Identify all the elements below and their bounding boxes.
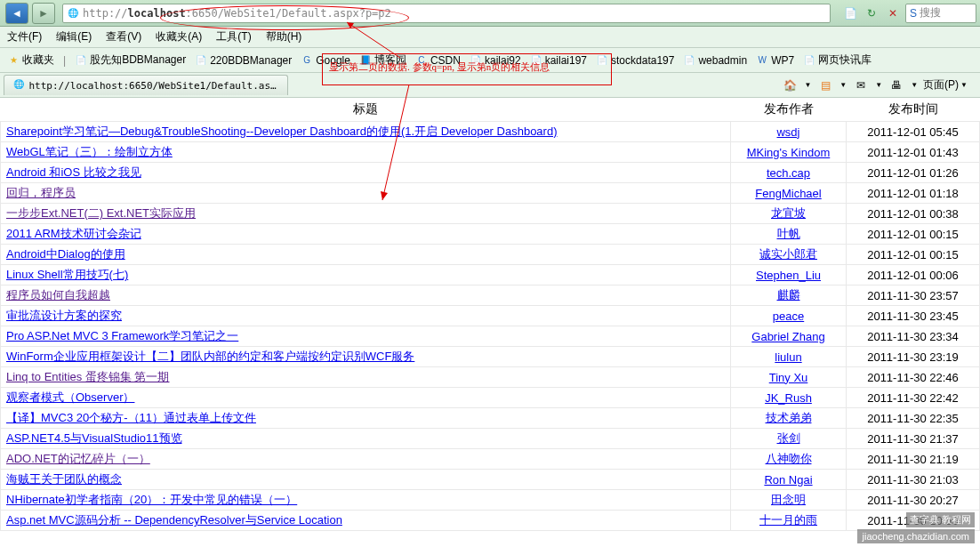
author-link[interactable]: Tiny Xu (769, 371, 808, 384)
title-link[interactable]: Linux Shell常用技巧(七) (6, 268, 128, 281)
table-row: Asp.net MVC源码分析 -- DependencyResolver与Se… (1, 511, 980, 531)
dropdown-icon[interactable]: ▼ (911, 81, 918, 89)
author-link[interactable]: 张剑 (777, 431, 800, 445)
bookmark-item[interactable]: 📄kailai197 (530, 52, 587, 68)
title-link[interactable]: 审批流设计方案的探究 (6, 309, 122, 322)
mail-icon[interactable]: ✉ (852, 76, 870, 94)
feed-icon[interactable]: ▤ (816, 76, 834, 94)
separator: | (63, 54, 66, 67)
title-link[interactable]: Android中Dialog的使用 (6, 247, 125, 261)
search-box[interactable]: S 搜搜 (905, 4, 976, 23)
author-link[interactable]: Stephen_Liu (756, 269, 821, 282)
refresh-icon[interactable]: ↻ (863, 4, 880, 22)
cell-title: 一步步Ext.NET(二) Ext.NET实际应用 (1, 204, 731, 224)
stop-icon[interactable]: ✕ (884, 4, 902, 22)
title-link[interactable]: ADO.NET的记忆碎片（一） (6, 452, 150, 465)
tab-title: http://localhost:6650/WebSite1/Default.a… (28, 80, 278, 92)
menu-favorites[interactable]: 收藏夹(A) (156, 29, 202, 44)
title-link[interactable]: 一步步Ext.NET(二) Ext.NET实际应用 (6, 206, 196, 220)
title-link[interactable]: 程序员如何自我超越 (6, 288, 110, 302)
author-link[interactable]: tech.cap (767, 166, 810, 180)
bookmark-item[interactable]: 📘博客园 (359, 52, 406, 68)
menu-view[interactable]: 查看(V) (106, 29, 141, 44)
header-title: 标题 (1, 98, 731, 122)
page-menu[interactable]: 页面(P)▼ (923, 77, 968, 93)
bookmark-item[interactable]: 📄股先知BDBManager (75, 52, 186, 68)
bookmark-item[interactable]: 📄网页快讯库 (803, 52, 872, 68)
table-row: 【译】MVC3 20个秘方-（11）通过表单上传文件技术弟弟2011-11-30… (1, 408, 980, 429)
title-link[interactable]: Asp.net MVC源码分析 -- DependencyResolver与Se… (6, 513, 342, 527)
title-link[interactable]: Linq to Entities 蛋疼锦集 第一期 (6, 370, 170, 383)
menu-edit[interactable]: 编辑(E) (56, 29, 92, 44)
author-link[interactable]: Gabriel Zhang (751, 330, 824, 343)
bookmarks-container: 📄股先知BDBManager📄220BDBManagerGGoogle📘博客园C… (75, 52, 880, 68)
print-icon[interactable]: 🖶 (888, 76, 905, 94)
title-link[interactable]: Pro ASP.Net MVC 3 Framework学习笔记之一 (6, 329, 238, 342)
author-link[interactable]: peace (773, 310, 804, 323)
dropdown-icon[interactable]: ▼ (875, 81, 882, 89)
cell-author: 田念明 (731, 490, 847, 511)
back-button[interactable]: ◄ (5, 3, 28, 24)
table-row: Linux Shell常用技巧(七)Stephen_Liu2011-12-01 … (1, 265, 980, 286)
author-link[interactable]: MKing's Kindom (747, 146, 831, 159)
bookmark-item[interactable]: 📄220BDBManager (195, 52, 292, 68)
cell-author: MKing's Kindom (731, 142, 847, 163)
bookmark-icon: 📄 (683, 54, 695, 67)
author-link[interactable]: wsdj (776, 125, 799, 139)
title-link[interactable]: NHibernate初学者指南（20）：开发中常见的错误（一） (6, 493, 297, 506)
bookmark-item[interactable]: CCSDN (415, 52, 461, 68)
cell-title: 审批流设计方案的探究 (1, 306, 731, 326)
author-link[interactable]: liulun (775, 350, 801, 364)
bookmark-item[interactable]: 📄webadmin (683, 52, 747, 68)
home-icon[interactable]: 🏠 (781, 76, 799, 94)
author-link[interactable]: 十一月的雨 (759, 513, 817, 527)
author-link[interactable]: FengMichael (755, 187, 821, 200)
forward-button[interactable]: ► (32, 3, 55, 24)
title-link[interactable]: 回归，程序员 (6, 186, 76, 199)
cell-author: 十一月的雨 (731, 511, 847, 531)
author-link[interactable]: 诚实小郎君 (759, 247, 817, 261)
address-bar[interactable]: 🌐 http://localhost:6650/WebSite1/Default… (62, 4, 831, 23)
url-text: http://localhost:6650/WebSite1/Default.a… (83, 7, 391, 20)
cell-author: peace (731, 306, 847, 326)
table-row: NHibernate初学者指南（20）：开发中常见的错误（一）田念明2011-1… (1, 490, 980, 511)
title-link[interactable]: WinForm企业应用框架设计【二】团队内部的约定和客户端按约定识别WCF服务 (6, 350, 414, 363)
author-link[interactable]: Ron Ngai (764, 473, 812, 487)
title-link[interactable]: 海贼王关于团队的概念 (6, 472, 122, 486)
bookmark-item[interactable]: GGoogle (301, 52, 350, 68)
author-link[interactable]: 叶帆 (777, 227, 800, 240)
title-link[interactable]: Sharepoint学习笔记—Debug&TroubleShooting--De… (6, 125, 557, 138)
title-link[interactable]: ASP.NET4.5与VisualStudio11预览 (6, 431, 182, 445)
bookmark-label: kailai92 (485, 54, 521, 67)
title-link[interactable]: 观察者模式（Observer） (6, 390, 134, 404)
bookmark-item[interactable]: 📄kailai92 (470, 52, 521, 68)
author-link[interactable]: 龙宜坡 (771, 206, 806, 220)
author-link[interactable]: 田念明 (771, 493, 806, 506)
author-link[interactable]: 八神吻你 (766, 452, 812, 465)
title-link[interactable]: 【译】MVC3 20个秘方-（11）通过表单上传文件 (6, 411, 256, 424)
search-icon: S (910, 7, 917, 20)
favorites-label[interactable]: ★ 收藏夹 (7, 52, 54, 68)
dropdown-icon[interactable]: ▼ (839, 81, 847, 89)
title-link[interactable]: WebGL笔记（三）：绘制立方体 (6, 145, 173, 158)
menu-file[interactable]: 文件(F) (7, 29, 42, 44)
dropdown-icon[interactable]: ▼ (804, 81, 811, 89)
compat-icon[interactable]: 📄 (841, 4, 859, 22)
cell-date: 2011-11-30 22:35 (847, 408, 980, 429)
cell-date: 2011-11-30 21:19 (847, 449, 980, 470)
active-tab[interactable]: 🌐 http://localhost:6650/WebSite1/Default… (4, 75, 288, 95)
bookmark-label: CSDN (430, 54, 461, 67)
cell-title: 海贼王关于团队的概念 (1, 470, 731, 490)
title-link[interactable]: Android 和iOS 比较之我见 (6, 165, 141, 179)
author-link[interactable]: JK_Rush (765, 391, 812, 405)
bookmark-item[interactable]: WWP7 (756, 52, 794, 68)
title-link[interactable]: 2011 ARM技术研讨会杂记 (6, 227, 141, 240)
bookmark-item[interactable]: 📄stockdata197 (596, 52, 674, 68)
author-link[interactable]: 技术弟弟 (766, 411, 812, 424)
cell-date: 2011-11-30 23:45 (847, 306, 980, 326)
menu-tools[interactable]: 工具(T) (216, 29, 251, 44)
menu-help[interactable]: 帮助(H) (266, 29, 302, 44)
table-row: Android 和iOS 比较之我见tech.cap2011-12-01 01:… (1, 163, 980, 183)
bookmark-icon: W (756, 54, 768, 67)
author-link[interactable]: 麒麟 (777, 288, 800, 302)
